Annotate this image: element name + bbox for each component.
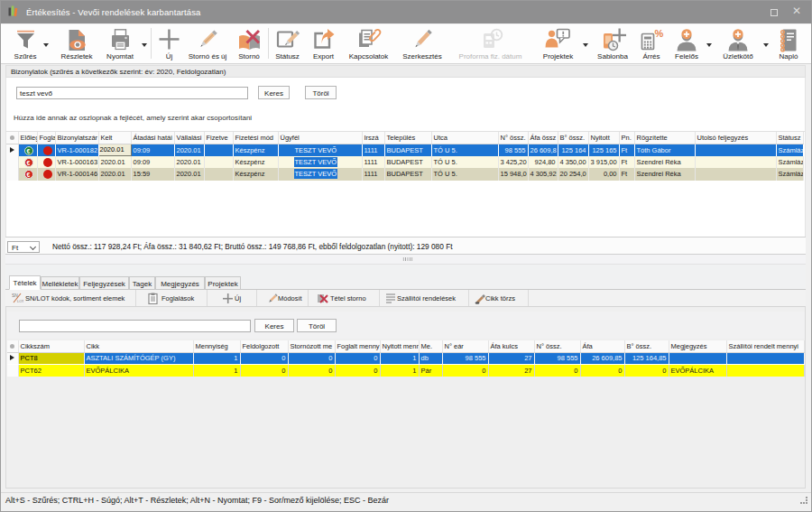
svg-text:LOT: LOT — [17, 299, 23, 303]
svg-text:%: % — [655, 28, 664, 39]
